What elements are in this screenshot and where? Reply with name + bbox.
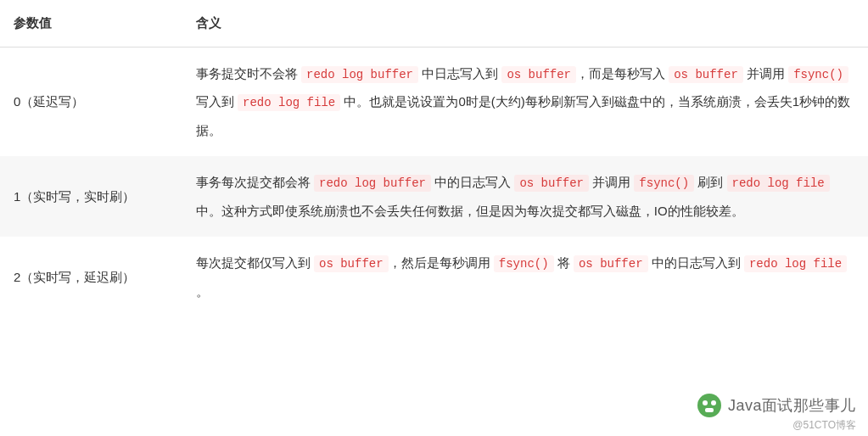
cell-description: 事务每次提交都会将 redo log buffer 中的日志写入 os buff… (182, 156, 868, 237)
desc-text: 事务提交时不会将 (196, 66, 301, 81)
cell-param-value: 2（实时写，延迟刷） (0, 237, 182, 317)
desc-text: 每次提交都仅写入到 (196, 255, 314, 270)
desc-text: 中。这种方式即使系统崩溃也不会丢失任何数据，但是因为每次提交都写入磁盘，IO的性… (196, 204, 744, 218)
inline-code: os buffer (501, 66, 576, 83)
table-row: 0（延迟写）事务提交时不会将 redo log buffer 中日志写入到 os… (0, 47, 868, 156)
header-desc: 含义 (182, 0, 868, 47)
inline-code: redo log file (744, 255, 847, 272)
desc-text: 中的日志写入 (431, 175, 514, 189)
inline-code: redo log buffer (301, 66, 418, 83)
inline-code: os buffer (669, 66, 743, 83)
inline-code: os buffer (314, 255, 389, 272)
inline-code: redo log buffer (314, 175, 431, 192)
inline-code: os buffer (574, 255, 648, 272)
desc-text: 并调用 (589, 175, 634, 189)
desc-text: 中日志写入到 (418, 66, 501, 81)
desc-text: 中的日志写入到 (648, 255, 744, 270)
cell-description: 每次提交都仅写入到 os buffer，然后是每秒调用 fsync() 将 os… (182, 237, 868, 317)
desc-text: 将 (554, 255, 574, 270)
inline-code: fsync() (634, 175, 694, 192)
desc-text: 刷到 (694, 175, 726, 189)
desc-text: 。 (196, 284, 209, 299)
inline-code: os buffer (514, 175, 589, 192)
cell-param-value: 1（实时写，实时刷） (0, 156, 182, 237)
cell-description: 事务提交时不会将 redo log buffer 中日志写入到 os buffe… (182, 47, 868, 156)
params-table: 参数值 含义 0（延迟写）事务提交时不会将 redo log buffer 中日… (0, 0, 868, 317)
table-header-row: 参数值 含义 (0, 0, 868, 47)
desc-text: 事务每次提交都会将 (196, 175, 314, 189)
desc-text: 写入到 (196, 94, 238, 109)
table-row: 2（实时写，延迟刷）每次提交都仅写入到 os buffer，然后是每秒调用 fs… (0, 237, 868, 317)
desc-text: 并调用 (743, 66, 788, 81)
inline-code: redo log file (238, 94, 340, 111)
header-param: 参数值 (0, 0, 182, 47)
desc-text: ，然后是每秒调用 (389, 255, 494, 270)
cell-param-value: 0（延迟写） (0, 47, 182, 156)
inline-code: fsync() (788, 66, 848, 83)
desc-text: ，而是每秒写入 (576, 66, 669, 81)
inline-code: redo log file (727, 175, 830, 192)
table-row: 1（实时写，实时刷）事务每次提交都会将 redo log buffer 中的日志… (0, 156, 868, 237)
inline-code: fsync() (494, 255, 554, 272)
